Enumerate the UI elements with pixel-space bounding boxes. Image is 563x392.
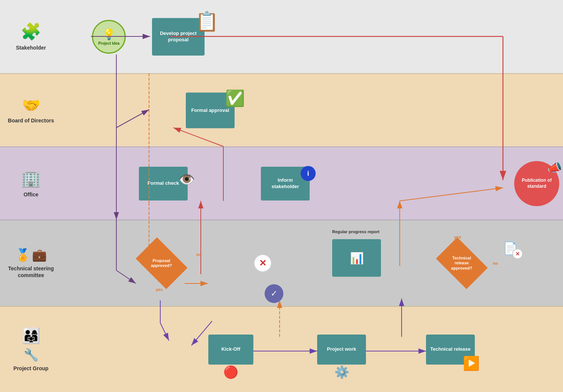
small-x-icon: ✕ — [512, 249, 523, 259]
tech-release-approved-diamond: Technical release approved? — [437, 246, 486, 280]
lane-content-board: Formal approval ✅ — [62, 74, 563, 146]
tsc-icons: 🏅 💼 — [15, 248, 47, 262]
progress-report-box: 📊 — [332, 239, 381, 277]
approval-doc-icon: ✅ — [225, 89, 245, 107]
lane-label-project: 👨‍👩‍👧 🔧 Project Group — [0, 307, 62, 392]
spreadsheet-icon: 📊 — [350, 251, 364, 265]
clipboard-icon: 📋 — [195, 11, 218, 32]
office-icon: 🏢 — [21, 169, 41, 188]
reject-circle: ✕ — [253, 254, 272, 273]
play-icon: ▶️ — [463, 356, 480, 371]
lane-content-project: Kick-Off 🔴 Project work ⚙️ Technical rel… — [62, 307, 563, 392]
project-idea-circle: 💡 Project Idea — [92, 20, 126, 54]
megaphone-icon: 📣 — [547, 160, 562, 175]
approve-circle: ✓ — [265, 284, 283, 303]
yes-label-proposal: yes — [156, 287, 163, 292]
lightbulb-icon: 💡 — [102, 28, 116, 41]
lane-content-stakeholder: 💡 Project Idea Develop project proposal … — [62, 0, 563, 73]
eye-icon: 👁️ — [178, 172, 195, 187]
lane-content-office: Formal check 👁️ Inform stakeholder i Pub… — [62, 147, 563, 220]
proposal-approved-diamond: Proposal approved? — [137, 246, 186, 280]
lane-stakeholder: 🧩 Stakeholder 💡 Project Idea Develop pro… — [0, 0, 563, 73]
briefcase-icon: 💼 — [32, 248, 47, 262]
stakeholder-label: Stakeholder — [16, 44, 46, 51]
project-label: Project Group — [14, 365, 48, 372]
lane-office: 🏢 Office Formal check 👁️ Inform stakehol… — [0, 146, 563, 220]
wrench-icon: 🔧 — [24, 348, 39, 362]
project-work-box: Project work — [317, 335, 366, 365]
lane-label-board: 🤝 Board of Directors — [0, 74, 62, 146]
no-label-tech: no — [493, 261, 498, 265]
lane-label-office: 🏢 Office — [0, 147, 62, 220]
board-label: Board of Directors — [8, 117, 54, 124]
board-icon: 🤝 — [22, 96, 41, 114]
lane-label-stakeholder: 🧩 Stakeholder — [0, 0, 62, 73]
project-idea-group: 💡 Project Idea — [92, 20, 126, 54]
lane-content-tsc: Proposal approved? no yes ✕ ✓ Regular pr… — [62, 220, 563, 306]
office-label: Office — [24, 191, 39, 198]
lane-tsc: 🏅 💼 Technical steering committee Proposa… — [0, 220, 563, 306]
tech-release-approved-label: Technical release approved? — [447, 256, 477, 271]
power-icon: 🔴 — [223, 365, 238, 379]
yes-label-tech: yes — [454, 235, 461, 239]
diagram-container: 🧩 Stakeholder 💡 Project Idea Develop pro… — [0, 0, 563, 392]
proposal-approved-label: Proposal approved? — [146, 258, 176, 268]
progress-report-label: Regular progress report — [332, 228, 379, 235]
info-icon: i — [301, 166, 316, 181]
tsc-label: Technical steering committee — [4, 265, 58, 279]
lane-project: 👨‍👩‍👧 🔧 Project Group Kick-Off 🔴 Project… — [0, 306, 563, 392]
kickoff-box: Kick-Off — [208, 335, 253, 365]
gear-icon: ⚙️ — [334, 365, 349, 379]
medal-icon: 🏅 — [15, 248, 30, 262]
project-idea-label: Project Idea — [98, 41, 120, 45]
lane-label-tsc: 🏅 💼 Technical steering committee — [0, 220, 62, 306]
group-icon: 👨‍👩‍👧 — [22, 327, 41, 345]
lane-board: 🤝 Board of Directors Formal approval ✅ — [0, 73, 563, 146]
no-label-proposal: no — [196, 252, 201, 257]
stakeholder-icon: 🧩 — [21, 22, 41, 41]
